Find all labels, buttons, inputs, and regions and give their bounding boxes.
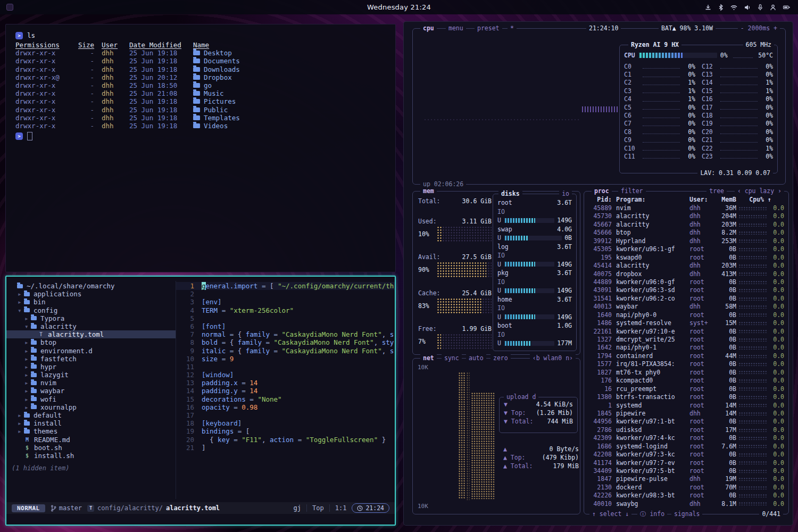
- bluetooth-icon[interactable]: [718, 4, 724, 11]
- sort-selector[interactable]: ‹ cpu lazy ›: [735, 187, 784, 195]
- process-row-1640[interactable]: 1640napi/phy0-0root0B0.0: [588, 311, 784, 319]
- editor-buffer[interactable]: 1general.import = [ "~/.config/omarchy/c…: [176, 281, 395, 499]
- refresh-rate-control[interactable]: - 2000ms +: [738, 24, 780, 32]
- tree-item-hypr[interactable]: ▸hypr: [6, 363, 176, 371]
- tree-item-themes[interactable]: ▸themes: [6, 427, 176, 435]
- code-line-3[interactable]: 3[env]: [176, 298, 395, 306]
- code-line-21[interactable]: 21]: [176, 444, 395, 452]
- process-row-41174[interactable]: 41174kworker/u97:7-evroot0B0.0: [588, 459, 784, 467]
- process-row-45305[interactable]: 45305kworker/u96:1-gfroot0B0.0: [588, 245, 784, 253]
- process-row-43091[interactable]: 43091kworker/u96:3-sdroot0B0.0: [588, 286, 784, 294]
- disks-title[interactable]: disks: [498, 190, 522, 198]
- process-row-176[interactable]: 176kcompactd0root0B0.0: [588, 377, 784, 385]
- process-row-1827[interactable]: 1827mt76-tx phy0root0B0.0: [588, 369, 784, 377]
- code-line-15[interactable]: 15decorations = "None": [176, 395, 395, 403]
- code-line-9[interactable]: 9italic = { family = "CaskaydiaMono Nerd…: [176, 347, 395, 355]
- process-row-40013[interactable]: 40013waybardhh58M0.0: [588, 303, 784, 311]
- code-line-5[interactable]: 5: [176, 314, 395, 322]
- net-zero-button[interactable]: zero: [491, 354, 511, 362]
- process-row-1486[interactable]: 1486systemd-resolvesyst+15M0.0: [588, 319, 784, 327]
- launcher-icon[interactable]: [6, 4, 13, 11]
- process-row-42309[interactable]: 42309kworker/u97:4-kcroot0B0.0: [588, 434, 784, 442]
- tree-item-config[interactable]: ▾config: [6, 306, 176, 314]
- process-row-1380[interactable]: 1380btrfs-transactioroot0B0.0: [588, 393, 784, 401]
- process-row-195[interactable]: 195kswapd0root0B0.0: [588, 254, 784, 262]
- user-icon[interactable]: [769, 4, 777, 11]
- process-row-1845[interactable]: 1845pipewiredhh14M0.0: [588, 410, 784, 418]
- process-row-45414[interactable]: 45414alacrittydhh203M0.0: [588, 262, 784, 270]
- file-name[interactable]: Videos: [193, 122, 395, 130]
- download-tray-icon[interactable]: [704, 4, 712, 11]
- shell-prompt-line[interactable]: >: [15, 131, 395, 140]
- process-row-1794[interactable]: 1794containerdroot44M0.0: [588, 352, 784, 360]
- net-box-title[interactable]: net: [420, 354, 437, 362]
- process-row-45666[interactable]: 45666btopdhh8.2M0.0: [588, 229, 784, 237]
- process-row-44889[interactable]: 44889kworker/u96:0-gfroot0B0.0: [588, 278, 784, 286]
- signals-hint[interactable]: signals: [671, 510, 702, 518]
- tree-item-alacritty.toml[interactable]: Talacritty.toml: [6, 330, 176, 338]
- process-row-22161[interactable]: 22161kworker/u97:10-eroot0B0.0: [588, 328, 784, 336]
- process-row-40075[interactable]: 40075dropboxdhh413M0.0: [588, 270, 784, 278]
- code-line-8[interactable]: 8bold = { family = "CaskaydiaMono Nerd F…: [176, 338, 395, 346]
- tree-item-lazygit[interactable]: ▸lazygit: [6, 371, 176, 379]
- file-name[interactable]: Desktop: [193, 49, 395, 57]
- file-name[interactable]: Music: [193, 89, 395, 97]
- code-line-13[interactable]: 13padding.x = 14: [176, 379, 395, 387]
- code-line-14[interactable]: 14padding.y = 14: [176, 387, 395, 395]
- file-name[interactable]: Public: [193, 106, 395, 114]
- menu-button[interactable]: menu: [446, 24, 466, 32]
- process-row-16[interactable]: 16rcu_preemptroot0B0.0: [588, 385, 784, 393]
- file-name[interactable]: Pictures: [193, 97, 395, 105]
- filter-button[interactable]: filter: [618, 187, 646, 195]
- process-row-2786[interactable]: 2786udisksdroot17M0.0: [588, 426, 784, 434]
- info-hint[interactable]: ⓘ info: [637, 510, 667, 518]
- col-memory[interactable]: MemB: [714, 196, 736, 203]
- net-stats-title[interactable]: upload d: [504, 393, 538, 401]
- terminal-window-files[interactable]: > ls Permissions Size User Date Modified…: [5, 24, 396, 272]
- file-name[interactable]: Dropbox: [193, 73, 395, 81]
- preset-button[interactable]: preset: [475, 24, 502, 32]
- tree-item-boot.sh[interactable]: $boot.sh: [6, 444, 176, 452]
- process-row-45730[interactable]: 45730alacrittydhh204M0.0: [588, 212, 784, 220]
- net-auto-button[interactable]: auto: [466, 354, 486, 362]
- file-name[interactable]: Templates: [193, 114, 395, 122]
- tree-item-~/.local/share/omarchy[interactable]: ~/.local/share/omarchy: [6, 282, 176, 290]
- tree-item-alacritty[interactable]: ▾alacritty: [6, 322, 176, 330]
- file-name[interactable]: Downloads: [193, 65, 395, 73]
- code-line-10[interactable]: 10size = 9: [176, 355, 395, 363]
- process-row-1[interactable]: 1systemdroot14M0.0: [588, 402, 784, 410]
- wifi-icon[interactable]: [730, 4, 738, 11]
- microphone-icon[interactable]: [757, 4, 763, 11]
- code-line-1[interactable]: 1general.import = [ "~/.config/omarchy/c…: [176, 282, 395, 290]
- tree-item-bin[interactable]: ▸bin: [6, 298, 176, 306]
- tree-item-nvim[interactable]: ▸nvim: [6, 379, 176, 387]
- process-row-2130[interactable]: 2130dockerdroot70M0.0: [588, 484, 784, 492]
- tree-item-default[interactable]: ▸default: [6, 411, 176, 419]
- process-row-34409[interactable]: 34409kworker/u97:5-btroot0B0.0: [588, 467, 784, 475]
- cpu-box-title[interactable]: cpu: [420, 24, 437, 32]
- proc-box-title[interactable]: proc: [592, 187, 612, 195]
- tree-toggle[interactable]: tree: [706, 187, 727, 195]
- file-name[interactable]: Documents: [193, 57, 395, 65]
- process-row-1686[interactable]: 1686systemd-logindroot7.6M0.0: [588, 443, 784, 451]
- tree-item-xournalpp[interactable]: ▸xournalpp: [6, 403, 176, 411]
- net-interface-selector[interactable]: ‹b wlan0 n›: [530, 354, 576, 362]
- code-line-2[interactable]: 2: [176, 290, 395, 298]
- process-row-1642[interactable]: 1642napi/phy0-1root0B0.0: [588, 344, 784, 352]
- code-line-18[interactable]: 18[keyboard]: [176, 419, 395, 427]
- mem-box-title[interactable]: mem: [420, 187, 437, 195]
- code-line-11[interactable]: 11: [176, 363, 395, 371]
- process-row-45889[interactable]: 45889nvimdhh36M0.0: [588, 204, 784, 212]
- process-row-40010[interactable]: 40010swaybgdhh8.1M0.0: [588, 500, 784, 508]
- process-row-42208[interactable]: 42208kworker/u97:3-kcroot0B0.0: [588, 451, 784, 459]
- process-row-45667[interactable]: 45667alacrittydhh203M0.0: [588, 221, 784, 229]
- col-cpu[interactable]: Cpu% ↑: [736, 196, 784, 203]
- code-line-7[interactable]: 7normal = { family = "CaskaydiaMono Nerd…: [176, 330, 395, 338]
- process-row-1327[interactable]: 1327dmcrypt_write/25root0B0.0: [588, 336, 784, 344]
- tree-item-environment.d[interactable]: ▸environment.d: [6, 347, 176, 355]
- code-line-12[interactable]: 12[window]: [176, 371, 395, 379]
- tree-item-fastfetch[interactable]: ▸fastfetch: [6, 355, 176, 363]
- tree-item-applications[interactable]: ▸applications: [6, 290, 176, 298]
- code-line-20[interactable]: 20 { key = "F11", action = "ToggleFullsc…: [176, 436, 395, 444]
- topbar-clock[interactable]: Wednesday 21:24: [367, 3, 431, 11]
